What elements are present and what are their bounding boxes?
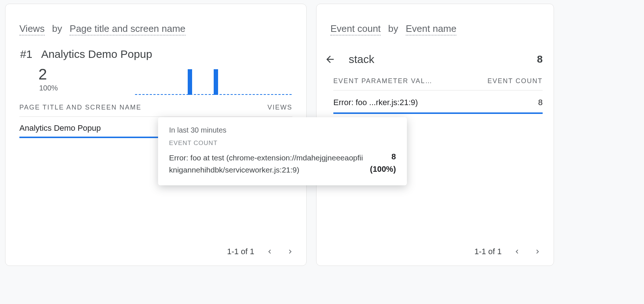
event-tooltip: In last 30 minutes EVENT COUNT Error: fo… xyxy=(158,117,407,185)
views-pager: 1-1 of 1 xyxy=(227,246,295,257)
views-pager-text: 1-1 of 1 xyxy=(227,247,254,256)
events-row-label: Error: foo ...rker.js:21:9) xyxy=(333,98,418,107)
top-item-name: Analytics Demo Popup xyxy=(41,48,152,60)
views-row-highlight xyxy=(19,137,161,138)
events-title-by: by xyxy=(388,23,398,34)
events-title-dimension[interactable]: Event name xyxy=(406,23,457,36)
title-dimension[interactable]: Page title and screen name xyxy=(70,23,186,36)
drilldown-count: 8 xyxy=(537,53,543,65)
views-next-button[interactable] xyxy=(285,246,295,257)
events-card-title: Event count by Event name xyxy=(330,23,456,34)
chevron-right-icon xyxy=(286,248,294,256)
chevron-left-icon xyxy=(266,248,274,256)
back-button[interactable] xyxy=(322,52,338,67)
events-row-value: 8 xyxy=(538,98,543,107)
tooltip-timeframe: In last 30 minutes xyxy=(169,126,396,134)
views-sparkline xyxy=(135,69,292,95)
tooltip-percent: (100%) xyxy=(370,164,396,174)
tooltip-subhead: EVENT COUNT xyxy=(169,140,396,147)
views-card-title: Views by Page title and screen name xyxy=(19,23,186,34)
views-col-metric: VIEWS xyxy=(267,104,292,111)
title-by: by xyxy=(52,23,62,34)
events-row-highlight xyxy=(333,112,543,114)
views-prev-button[interactable] xyxy=(265,246,275,257)
events-pager: 1-1 of 1 xyxy=(474,246,543,257)
arrow-left-icon xyxy=(325,54,336,65)
sparkline-bar xyxy=(188,69,192,95)
views-table-row[interactable]: Analytics Demo Popup xyxy=(19,123,161,138)
events-table-row[interactable]: Error: foo ...rker.js:21:9) 8 xyxy=(333,98,543,112)
tooltip-count: 8 xyxy=(370,152,396,162)
top-item-rank: #1 xyxy=(20,48,32,60)
events-drilldown-header: stack 8 xyxy=(322,52,543,67)
events-table-header: EVENT PARAMETER VAL… EVENT COUNT xyxy=(333,77,543,90)
sparkline-baseline xyxy=(135,94,292,95)
events-next-button[interactable] xyxy=(532,246,543,257)
events-col-dim: EVENT PARAMETER VAL… xyxy=(333,77,433,85)
views-table-header: PAGE TITLE AND SCREEN NAME VIEWS xyxy=(19,104,292,117)
events-pager-text: 1-1 of 1 xyxy=(474,247,502,256)
events-col-metric: EVENT COUNT xyxy=(487,77,543,85)
events-prev-button[interactable] xyxy=(512,246,522,257)
drilldown-name: stack xyxy=(349,53,374,66)
top-item-value: 2 xyxy=(38,66,47,83)
top-item-percent: 100% xyxy=(39,84,58,92)
sparkline-bar xyxy=(214,69,218,95)
chevron-left-icon xyxy=(513,248,521,256)
tooltip-error-text: Error: foo at test (chrome-extension://m… xyxy=(169,152,363,176)
title-metric[interactable]: Views xyxy=(19,23,45,36)
events-title-metric[interactable]: Event count xyxy=(330,23,381,36)
views-row-label: Analytics Demo Popup xyxy=(19,123,101,133)
chevron-right-icon xyxy=(533,248,542,256)
views-col-dim: PAGE TITLE AND SCREEN NAME xyxy=(19,104,141,111)
top-item-row: #1 Analytics Demo Popup xyxy=(20,48,152,60)
